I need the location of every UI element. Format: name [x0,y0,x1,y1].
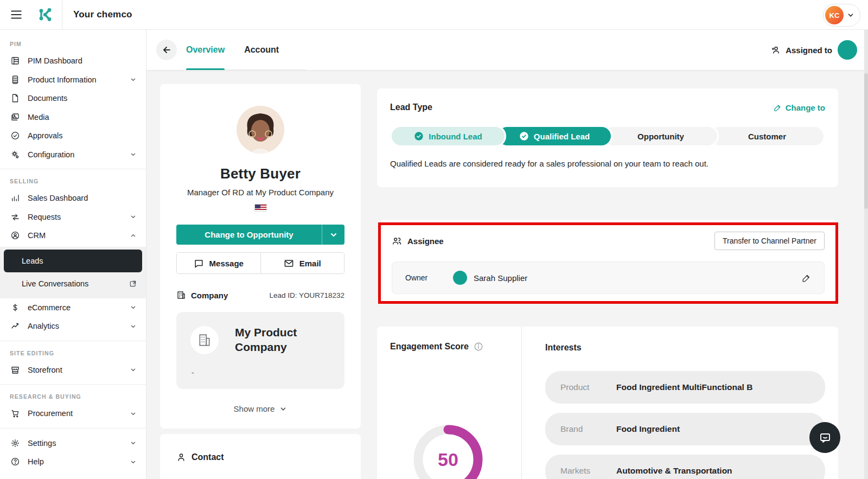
sidebar-item-settings[interactable]: Settings [0,434,146,453]
sidebar-section-label-pim: PIM [0,37,146,52]
message-icon [194,258,204,269]
lead-name: Betty Buyer [176,165,344,182]
interests-title: Interests [545,343,825,353]
sidebar-section-label-selling: SELLING [0,175,146,189]
chevron-down-icon [847,11,854,19]
sidebar-item-crm[interactable]: CRM [0,226,146,245]
show-more-label: Show more [234,404,275,413]
documents-icon [10,93,21,103]
sidebar-item-procurement[interactable]: Procurement [0,404,146,423]
sidebar-item-label: Analytics [28,322,129,330]
sidebar-item-documents[interactable]: Documents [0,89,146,108]
person-plus-icon [771,45,781,55]
sidebar-item-product-information[interactable]: Product Information [0,71,146,90]
change-to-link[interactable]: Change to [774,103,825,112]
sidebar-section-divider [0,428,146,429]
assigned-to-avatar[interactable] [838,40,857,60]
sidebar-item-approvals[interactable]: Approvals [0,126,146,145]
lead-stage-pills: Inbound LeadQualified LeadOpportunityCus… [390,125,825,147]
page-header: Overview Account Assigned to [146,30,868,70]
scrollbar-track[interactable] [864,30,868,479]
email-button[interactable]: Email [260,253,344,273]
company-card[interactable]: My Product Company - [176,312,344,389]
lead-stage-customer[interactable]: Customer [709,125,825,147]
info-icon[interactable] [474,342,483,352]
lead-id: Lead ID: YOUR718232 [269,291,344,299]
requests-arrows-icon [10,212,21,222]
pencil-icon [774,104,782,112]
sidebar-item-analytics[interactable]: Analytics [0,317,146,336]
sidebar-item-configuration[interactable]: Configuration [0,145,146,164]
back-button[interactable] [156,40,177,60]
user-menu[interactable]: KC [823,4,860,27]
header-divider [62,0,62,30]
scrollbar-thumb[interactable] [864,73,868,209]
app-logo-icon[interactable] [28,0,62,30]
person-icon [176,452,186,462]
transfer-to-channel-partner-button[interactable]: Transfer to Channel Partner [714,232,825,250]
lead-stage-opportunity[interactable]: Opportunity [603,125,719,147]
user-avatar[interactable]: KC [825,6,844,24]
company-header-row: Company Lead ID: YOUR718232 [176,290,344,300]
chevron-down-icon [129,458,137,466]
chat-fab-button[interactable] [809,422,840,453]
tab-overview[interactable]: Overview [186,30,225,70]
contact-actions: Message Email [176,252,344,274]
interest-rows: ProductFood Ingredient MultiFunctional B… [545,371,825,479]
chat-icon [819,431,832,444]
tab-account[interactable]: Account [244,30,279,70]
sidebar-subitem-label: Live Conversations [22,279,129,288]
check-badge-icon [414,131,424,141]
engagement-score-value: 50 [410,421,486,479]
analytics-line-icon [10,321,21,331]
sidebar-submenu-crm: LeadsLive Conversations [0,247,146,298]
sidebar-item-pim-dashboard[interactable]: PIM Dashboard [0,52,146,71]
change-stage-dropdown-button[interactable] [322,225,344,245]
chevron-down-icon [129,303,137,311]
people-icon [392,236,402,246]
email-label: Email [299,259,321,268]
interest-label: Product [560,382,616,392]
sidebar-item-help[interactable]: Help [0,452,146,471]
tab-list: Overview Account [186,30,306,70]
sidebar-item-leads[interactable]: Leads [4,250,142,272]
sidebar-item-label: Approvals [28,131,137,140]
crm-person-icon [10,231,21,240]
change-to-opportunity-button[interactable]: Change to Opportunity [176,225,322,245]
show-more-button[interactable]: Show more [176,404,344,413]
contact-title: Contact [192,452,224,462]
chevron-up-icon [129,232,137,240]
lead-type-card: Lead Type Change to Inbound LeadQualifie… [377,88,838,187]
lead-stage-inbound-lead[interactable]: Inbound Lead [390,125,506,147]
interest-value: Food Ingredient MultiFunctional B [616,382,752,392]
assign-user-button[interactable]: Assigned to [771,45,832,55]
building-icon [176,290,186,300]
chevron-down-icon [129,410,137,418]
sidebar-section-label-research-buying: RESEARCH & BUYING [0,390,146,404]
sidebar-item-requests[interactable]: Requests [0,208,146,227]
sidebar-subitem-label: Leads [22,257,133,265]
message-button[interactable]: Message [177,253,260,273]
sidebar-item-sales-dashboard[interactable]: Sales Dashboard [0,189,146,208]
back-arrow-icon [161,44,172,55]
sidebar-item-ecommerce[interactable]: eCommerce [0,298,146,317]
procurement-cart-icon [10,408,21,418]
interest-value: Food Ingredient [616,424,680,434]
company-label: Company [191,291,228,300]
interest-label: Markets [560,466,616,476]
change-to-label: Change to [786,103,825,112]
sidebar-item-media[interactable]: Media [0,108,146,127]
chevron-down-icon [129,75,137,84]
interest-row-brand: BrandFood Ingredient [545,413,825,445]
engagement-interests-card: Engagement Score 50 Interests ProductFoo… [377,327,838,479]
menu-icon[interactable] [4,4,28,25]
chevron-down-icon [279,405,287,413]
sidebar-nav: PIMPIM DashboardProduct InformationDocum… [0,30,146,479]
sidebar-item-storefront[interactable]: Storefront [0,361,146,380]
sidebar-section-divider [0,169,146,169]
sidebar-item-live-conversations[interactable]: Live Conversations [0,272,146,295]
message-label: Message [209,259,244,268]
sidebar-section-divider [0,384,146,385]
lead-stage-qualified-lead[interactable]: Qualified Lead [496,125,612,147]
edit-owner-button[interactable] [802,273,811,283]
